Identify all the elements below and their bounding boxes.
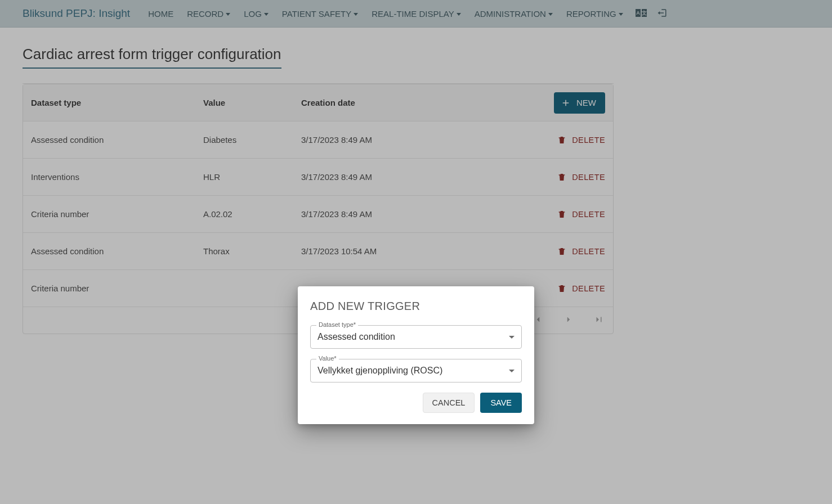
dialog-title: ADD NEW TRIGGER [310, 300, 522, 313]
dataset-type-label: Dataset type* [316, 321, 358, 328]
cancel-button[interactable]: CANCEL [423, 393, 475, 413]
value-value: Vellykket gjenoppliving (ROSC) [317, 366, 509, 376]
dataset-type-value: Assessed condition [317, 332, 509, 342]
modal-overlay[interactable]: ADD NEW TRIGGER Dataset type* Assessed c… [0, 0, 832, 504]
add-trigger-dialog: ADD NEW TRIGGER Dataset type* Assessed c… [298, 286, 534, 424]
chevron-down-icon [509, 370, 515, 372]
value-label: Value* [316, 355, 339, 362]
save-button[interactable]: SAVE [480, 393, 522, 413]
dataset-type-select[interactable]: Dataset type* Assessed condition [310, 325, 522, 349]
dialog-actions: CANCEL SAVE [310, 393, 522, 413]
chevron-down-icon [509, 336, 515, 339]
value-select[interactable]: Value* Vellykket gjenoppliving (ROSC) [310, 359, 522, 382]
